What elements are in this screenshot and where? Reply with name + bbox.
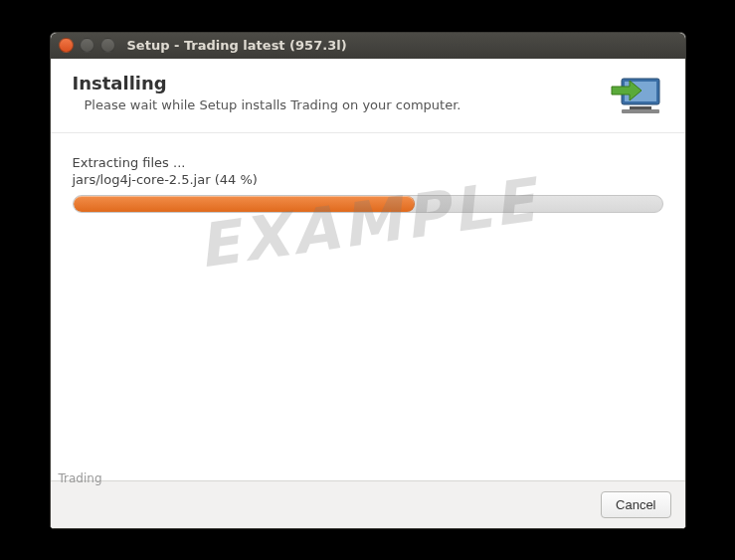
- maximize-icon[interactable]: [100, 38, 115, 53]
- progress-bar: [73, 195, 663, 213]
- progress-fill: [74, 196, 415, 212]
- status-text: Extracting files ...: [73, 155, 663, 170]
- minimize-icon[interactable]: [80, 38, 94, 53]
- install-icon: [608, 73, 663, 120]
- titlebar[interactable]: Setup - Trading latest (957.3l): [51, 33, 685, 59]
- page-subtitle: Please wait while Setup installs Trading…: [85, 97, 461, 112]
- page-title: Installing: [73, 73, 461, 93]
- cancel-button[interactable]: Cancel: [601, 491, 670, 518]
- svg-rect-2: [630, 106, 651, 109]
- body: Extracting files ... jars/log4j-core-2.5…: [51, 133, 685, 480]
- header-text: Installing Please wait while Setup insta…: [73, 73, 461, 112]
- setup-window: Setup - Trading latest (957.3l) Installi…: [50, 32, 686, 529]
- content-area: Installing Please wait while Setup insta…: [51, 59, 685, 528]
- brand-label: Trading: [57, 471, 104, 485]
- footer: Trading Cancel: [51, 480, 685, 528]
- svg-rect-3: [622, 109, 659, 113]
- close-icon[interactable]: [59, 38, 74, 53]
- file-text: jars/log4j-core-2.5.jar (44 %): [73, 172, 663, 187]
- window-title: Setup - Trading latest (957.3l): [127, 38, 347, 53]
- header: Installing Please wait while Setup insta…: [51, 59, 685, 133]
